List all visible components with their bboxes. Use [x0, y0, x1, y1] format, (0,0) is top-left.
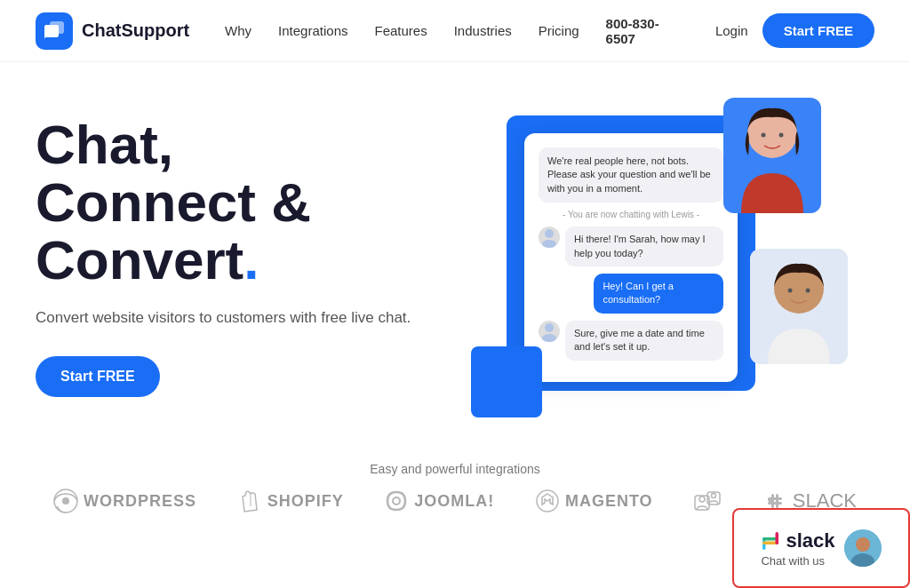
svg-point-21	[712, 494, 716, 498]
svg-rect-27	[776, 494, 778, 508]
nav-links: Why Integrations Features Industries Pri…	[225, 23, 579, 38]
hero-dot: .	[243, 229, 259, 290]
svg-point-3	[545, 229, 554, 238]
hero-title-line2: Connect &	[36, 171, 311, 233]
svg-point-9	[779, 133, 784, 138]
chat-divider: - You are now chatting with Lewis -	[539, 210, 723, 219]
svg-rect-24	[768, 502, 782, 505]
hero-left: Chat, Connect & Convert. Convert website…	[36, 107, 462, 397]
svg-rect-26	[771, 494, 774, 508]
wordpress-logo: WordPress	[53, 489, 196, 513]
nav-features[interactable]: Features	[374, 23, 427, 38]
joomla-text: Joomla!	[414, 492, 494, 511]
agent-avatar-2	[539, 321, 560, 342]
nav-integrations[interactable]: Integrations	[278, 23, 347, 38]
agent-avatar-1	[539, 226, 560, 248]
wordpress-icon	[53, 489, 78, 513]
teams-icon	[693, 489, 722, 513]
logo-text: ChatSupport	[82, 20, 189, 41]
shopify-logo: shopify	[237, 489, 344, 513]
svg-point-16	[393, 497, 400, 505]
svg-point-15	[62, 497, 69, 505]
hero-right: We're real people here, not bots. Please…	[462, 98, 874, 435]
hero-title: Chat, Connect & Convert.	[36, 115, 462, 289]
slack-agent-avatar	[844, 529, 882, 567]
start-free-button-nav[interactable]: Start FREE	[762, 13, 874, 48]
logo-svg	[43, 20, 66, 43]
slack-widget-label: slack	[786, 529, 834, 552]
joomla-logo: Joomla!	[384, 489, 494, 513]
svg-point-12	[788, 289, 793, 293]
svg-point-13	[806, 289, 810, 293]
slack-chat-widget[interactable]: slack Chat with us	[732, 508, 910, 588]
slack-logo-row: slack	[761, 529, 834, 552]
slack-widget-content: slack Chat with us	[761, 529, 834, 568]
magento-text: Magento	[565, 492, 653, 511]
magento-icon	[535, 489, 560, 513]
svg-rect-31	[776, 532, 779, 544]
nav-why[interactable]: Why	[225, 23, 251, 38]
svg-point-19	[699, 497, 705, 502]
logo[interactable]: ChatSupport	[36, 12, 189, 50]
nav-industries[interactable]: Industries	[454, 23, 512, 38]
shopify-icon	[237, 489, 262, 513]
joomla-icon	[384, 489, 409, 513]
chat-mockup-window: We're real people here, not bots. Please…	[524, 133, 738, 382]
shopify-text: shopify	[267, 492, 344, 511]
magento-logo: Magento	[535, 489, 653, 513]
start-free-button-hero[interactable]: Start FREE	[36, 356, 160, 397]
svg-point-4	[542, 240, 556, 248]
chat-message-1: We're real people here, not bots. Please…	[539, 147, 723, 203]
wordpress-text: WordPress	[84, 492, 196, 511]
nav-pricing[interactable]: Pricing	[539, 23, 579, 38]
navbar: ChatSupport Why Integrations Features In…	[0, 0, 910, 62]
man-illustration	[750, 249, 848, 364]
login-link[interactable]: Login	[715, 23, 748, 38]
logo-icon	[36, 12, 73, 50]
photo-card-man	[750, 249, 848, 364]
hero-title-line1: Chat,	[36, 114, 173, 175]
svg-point-33	[856, 537, 870, 552]
hero-title-line3: Convert	[36, 229, 243, 290]
integrations-bar: Easy and powerful integrations WordPress…	[0, 462, 910, 513]
accent-square-small	[471, 346, 542, 417]
chat-row-user: Hey! Can I get a consultation?	[539, 274, 723, 314]
chat-bubble-agent1: Hi there! I'm Sarah, how may I help you …	[565, 226, 723, 266]
chat-row-agent2: Sure, give me a date and time and let's …	[539, 321, 723, 361]
woman-illustration	[723, 98, 821, 213]
hero-section: Chat, Connect & Convert. Convert website…	[0, 62, 910, 462]
chat-bubble-user: Hey! Can I get a consultation?	[594, 274, 723, 314]
hero-subtitle: Convert website visitors to customers wi…	[36, 306, 462, 330]
chat-row-agent1: Hi there! I'm Sarah, how may I help you …	[539, 226, 723, 266]
agent-avatar-icon-2	[539, 321, 560, 342]
integrations-label: Easy and powerful integrations	[36, 462, 874, 476]
svg-point-5	[545, 323, 554, 332]
chat-with-us-text: Chat with us	[761, 554, 825, 568]
teams-logo	[693, 489, 722, 513]
phone-number: 800-830-6507	[606, 16, 689, 46]
slack-widget-icon	[761, 531, 780, 551]
slack-avatar-icon	[844, 529, 882, 567]
agent-avatar-icon	[539, 226, 560, 248]
svg-point-6	[542, 334, 556, 342]
chat-bubble-agent2: Sure, give me a date and time and let's …	[565, 321, 723, 361]
svg-rect-23	[768, 497, 782, 500]
svg-point-8	[762, 133, 766, 138]
photo-card-woman	[723, 98, 821, 213]
